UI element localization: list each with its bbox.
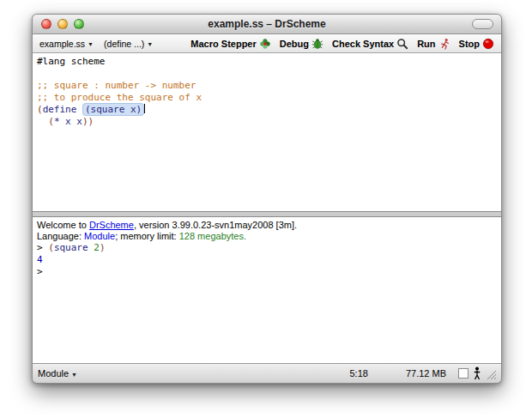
- code-token: square: [54, 242, 88, 253]
- code-token: ; memory limit:: [115, 231, 179, 241]
- interactions-pane[interactable]: Welcome to DrScheme, version 3.99.0.23-s…: [33, 216, 501, 363]
- code-line: Language: Module; memory limit: 128 mega…: [37, 231, 497, 242]
- code-line: 4: [37, 254, 497, 266]
- definitions-editor[interactable]: #lang scheme ;; square : number -> numbe…: [33, 53, 501, 212]
- chevron-down-icon: ▼: [147, 41, 153, 47]
- code-token: (: [48, 116, 54, 127]
- toolbar-buttons: Macro Stepper Debug: [190, 38, 494, 50]
- check-syntax-label: Check Syntax: [332, 39, 394, 49]
- welcome-block: Welcome to DrScheme, version 3.99.0.23-s…: [37, 220, 497, 242]
- code-token: [76, 104, 82, 115]
- gc-indicator: [458, 368, 469, 379]
- code-line: > (square 2): [37, 242, 497, 254]
- code-line: [37, 68, 497, 80]
- code-token: * x x: [54, 116, 82, 127]
- debug-bug-icon: [311, 38, 323, 50]
- code-line: (define (square x): [37, 104, 497, 116]
- stick-figure-icon[interactable]: [473, 367, 481, 380]
- code-token: ;; square : number -> number: [37, 80, 196, 91]
- code-token: Language:: [37, 231, 84, 241]
- text-cursor: [144, 104, 145, 113]
- titlebar[interactable]: example.ss – DrScheme: [33, 15, 501, 34]
- code-token: Module: [84, 231, 115, 241]
- code-token: #lang scheme: [37, 56, 105, 67]
- code-line: #lang scheme: [37, 56, 497, 68]
- code-line: ;; square : number -> number: [37, 80, 497, 92]
- memory-usage: 77.12 MB: [406, 368, 446, 379]
- chevron-down-icon: ▼: [71, 372, 77, 378]
- code-token: ): [100, 242, 106, 253]
- code-token: (: [48, 242, 54, 253]
- code-line: ;; to produce the square of x: [37, 92, 497, 104]
- drscheme-window: example.ss – DrScheme example.ss ▼ (defi…: [32, 14, 502, 384]
- run-label: Run: [417, 39, 435, 49]
- check-syntax-button[interactable]: Check Syntax: [332, 38, 408, 50]
- window-title: example.ss – DrScheme: [33, 18, 501, 30]
- stop-label: Stop: [459, 39, 480, 49]
- code-token: (square x): [82, 103, 144, 116]
- code-token: (: [37, 104, 43, 115]
- stop-button[interactable]: Stop: [459, 38, 494, 50]
- code-token: [37, 116, 48, 127]
- filename-menu-label: example.ss: [39, 39, 85, 49]
- debug-label: Debug: [280, 39, 309, 49]
- code-line: Welcome to DrScheme, version 3.99.0.23-s…: [37, 220, 497, 231]
- code-token: 128 megabytes.: [179, 231, 246, 241]
- magnifier-icon: [396, 38, 408, 50]
- code-token: 4: [37, 254, 43, 265]
- macro-stepper-button[interactable]: Macro Stepper: [190, 38, 270, 50]
- code-token: >: [37, 266, 43, 277]
- code-token: define: [43, 104, 77, 115]
- statusbar: Module ▼ 5:18 77.12 MB: [33, 363, 501, 383]
- macro-stepper-icon: [259, 38, 271, 50]
- debug-button[interactable]: Debug: [280, 38, 323, 50]
- stop-icon: [482, 38, 494, 50]
- filename-menu[interactable]: example.ss ▼: [39, 39, 94, 49]
- code-line: >: [37, 266, 497, 278]
- definition-navigator-menu[interactable]: (define ...) ▼: [104, 39, 153, 49]
- resize-grip[interactable]: [485, 368, 496, 379]
- code-token: >: [37, 242, 48, 253]
- language-menu-label: Module: [38, 368, 69, 379]
- definition-navigator-label: (define ...): [104, 39, 144, 49]
- caret-position: 5:18: [349, 368, 367, 379]
- runner-icon: [438, 38, 450, 50]
- code-token: ;; to produce the square of x: [37, 92, 202, 103]
- toolbar-toggle-button[interactable]: [472, 19, 493, 29]
- code-token: 2: [94, 242, 100, 253]
- run-button[interactable]: Run: [417, 38, 450, 50]
- language-menu[interactable]: Module ▼: [38, 368, 77, 379]
- drscheme-link[interactable]: DrScheme: [89, 220, 134, 230]
- toolbar: example.ss ▼ (define ...) ▼ Macro Steppe…: [33, 34, 501, 53]
- repl-block: > (square 2)4>: [37, 242, 497, 278]
- code-token: Welcome to: [37, 220, 89, 230]
- code-line: (* x x)): [37, 116, 497, 128]
- code-token: )): [82, 116, 94, 127]
- macro-stepper-label: Macro Stepper: [190, 39, 256, 49]
- chevron-down-icon: ▼: [88, 41, 94, 47]
- code-token: , version 3.99.0.23-svn1may2008 [3m].: [134, 220, 297, 230]
